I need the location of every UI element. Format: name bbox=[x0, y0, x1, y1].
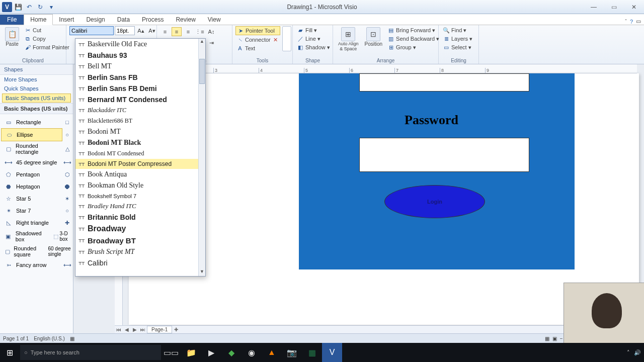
qat-undo[interactable]: ↶ bbox=[24, 2, 34, 12]
qat-customize[interactable]: ▾ bbox=[46, 2, 56, 12]
copy-button[interactable]: ⧉Copy bbox=[23, 35, 70, 43]
font-option[interactable]: ᴛᴛBauhaus 93 bbox=[75, 50, 198, 61]
align-top-button[interactable]: ≡ bbox=[160, 27, 170, 36]
shape-ellipse[interactable]: ⬭Ellipse bbox=[1, 128, 62, 141]
font-scrollbar[interactable]: ▲ ▼ bbox=[198, 39, 205, 276]
login-ellipse[interactable]: Login bbox=[384, 185, 485, 218]
tab-process[interactable]: Process bbox=[136, 15, 170, 25]
font-option[interactable]: ᴛᴛBodoni MT Poster Compressed bbox=[75, 159, 198, 169]
font-name-input[interactable] bbox=[69, 26, 114, 35]
send-backward-button[interactable]: ▥Send Backward▾ bbox=[386, 35, 440, 43]
password-field-rect[interactable] bbox=[359, 138, 529, 172]
page-next[interactable]: ▶ bbox=[131, 327, 139, 332]
username-field-rect[interactable] bbox=[359, 73, 529, 92]
cut-button[interactable]: ✂Cut bbox=[23, 26, 70, 34]
font-option[interactable]: ᴛᴛBerlin Sans FB Demi bbox=[75, 83, 198, 94]
shape-45deg[interactable]: ⟷45 degree single bbox=[1, 156, 62, 168]
text-direction-button[interactable]: A↕ bbox=[206, 27, 216, 36]
tab-design[interactable]: Design bbox=[80, 15, 111, 25]
pointer-tool-button[interactable]: ➤Pointer Tool bbox=[235, 26, 280, 35]
format-painter-button[interactable]: 🖌Format Painter bbox=[23, 43, 70, 51]
hexagon-icon[interactable]: ⬡ bbox=[62, 170, 72, 179]
increase-indent-button[interactable]: ⇥ bbox=[206, 38, 216, 47]
zoom-out-button[interactable]: − bbox=[560, 336, 563, 341]
shape-right-tri[interactable]: ◺Right triangle bbox=[1, 217, 62, 229]
tray-expand-icon[interactable]: ˄ bbox=[627, 349, 630, 356]
font-option[interactable]: ᴛᴛBodoni MT Black bbox=[75, 137, 198, 148]
tools-expand[interactable] bbox=[282, 26, 291, 51]
font-option[interactable]: ᴛᴛBlackletter686 BT bbox=[75, 116, 198, 126]
shape-rounded-rect[interactable]: ▢Rounded rectangle bbox=[1, 141, 62, 156]
camera-icon[interactable]: 📷 bbox=[282, 343, 302, 362]
taskbar-search[interactable]: ○ Type here to search bbox=[20, 345, 161, 360]
bring-forward-button[interactable]: ▤Bring Forward▾ bbox=[386, 26, 440, 34]
vlc-icon[interactable]: ▲ bbox=[262, 343, 282, 362]
font-option[interactable]: ᴛᴛBaskerville Old Face bbox=[75, 39, 198, 50]
layers-button[interactable]: ≣Layers▾ bbox=[442, 35, 473, 43]
autoalign-button[interactable]: ⊞Auto Align & Space bbox=[336, 26, 361, 52]
password-label[interactable]: Password bbox=[405, 113, 458, 128]
qat-redo[interactable]: ↻ bbox=[35, 2, 45, 12]
shape-star5[interactable]: ☆Star 5 bbox=[1, 193, 62, 205]
font-option[interactable]: ᴛᴛBell MT bbox=[75, 61, 198, 72]
shape-star7[interactable]: ✴Star 7 bbox=[1, 205, 62, 217]
font-option[interactable]: ᴛᴛBroadway bbox=[75, 223, 198, 235]
page-prev[interactable]: ◀ bbox=[123, 327, 131, 332]
minimize-button[interactable]: — bbox=[584, 2, 604, 12]
font-option[interactable]: ᴛᴛBookshelf Symbol 7 bbox=[75, 191, 198, 201]
font-option[interactable]: ᴛᴛBritannic Bold bbox=[75, 212, 198, 223]
excel-icon[interactable]: ▦ bbox=[302, 343, 322, 362]
app-icon[interactable]: V bbox=[2, 2, 12, 12]
font-option[interactable]: ᴛᴛBrush Script MT bbox=[75, 246, 198, 257]
find-button[interactable]: 🔍Find▾ bbox=[442, 26, 473, 34]
font-option[interactable]: ᴛᴛBodoni MT Condensed bbox=[75, 148, 198, 159]
cross-icon[interactable]: ✚ bbox=[62, 218, 72, 227]
font-option[interactable]: ᴛᴛCalibri bbox=[75, 257, 198, 268]
position-button[interactable]: ⊡Position bbox=[363, 26, 385, 48]
shape-heptagon[interactable]: ⬣Heptagon bbox=[1, 180, 62, 193]
shrink-font-button[interactable]: A▾ bbox=[147, 26, 157, 35]
font-size-input[interactable] bbox=[115, 26, 135, 35]
shadow-button[interactable]: ◧Shadow▾ bbox=[296, 43, 331, 51]
circle-icon[interactable]: ○ bbox=[62, 130, 72, 139]
app-green-icon[interactable]: ◆ bbox=[221, 343, 242, 362]
grow-font-button[interactable]: A▴ bbox=[136, 26, 146, 35]
taskview-icon[interactable]: ▭▭ bbox=[161, 343, 181, 362]
status-macro-icon[interactable]: ▦ bbox=[70, 336, 74, 341]
shapes-header[interactable]: Shapes bbox=[0, 64, 73, 75]
font-option[interactable]: ᴛᴛBookman Old Style bbox=[75, 180, 198, 191]
font-option[interactable]: ᴛᴛBroadway BT bbox=[75, 235, 198, 246]
tray-wifi-icon[interactable]: 🔊 bbox=[634, 349, 641, 356]
shape-pentagon[interactable]: ⬠Pentagon bbox=[1, 168, 62, 180]
shape-shadowed[interactable]: ▣Shadowed box bbox=[1, 229, 52, 244]
select-button[interactable]: ▭Select▾ bbox=[442, 43, 473, 51]
circle2-icon[interactable]: ○ bbox=[62, 206, 72, 215]
status-lang[interactable]: English (U.S.) bbox=[34, 336, 65, 341]
square-icon[interactable]: □ bbox=[62, 118, 72, 127]
tab-home[interactable]: Home bbox=[24, 14, 53, 25]
chrome-icon[interactable]: ◉ bbox=[242, 343, 262, 362]
shape-fancy[interactable]: ➳Fancy arrow bbox=[1, 259, 62, 271]
align-middle-button[interactable]: ≡ bbox=[172, 27, 182, 36]
scroll-thumb[interactable] bbox=[199, 59, 205, 84]
line-button[interactable]: ／Line▾ bbox=[296, 35, 331, 43]
page-insert[interactable]: ✚ bbox=[172, 327, 180, 332]
triangle-icon[interactable]: △ bbox=[62, 144, 72, 153]
font-option[interactable]: ᴛᴛBernard MT Condensed bbox=[75, 94, 198, 105]
visio-taskbar-icon[interactable]: V bbox=[322, 343, 342, 362]
qat-save[interactable]: 💾 bbox=[13, 2, 23, 12]
shape-rounded-sq[interactable]: ▢Rounded square bbox=[1, 244, 48, 259]
tab-review[interactable]: Review bbox=[170, 15, 201, 25]
font-option[interactable]: ᴛᴛBradley Hand ITC bbox=[75, 201, 198, 212]
tab-view[interactable]: View bbox=[202, 15, 227, 25]
ribbon-minimize-icon[interactable]: ˆ bbox=[625, 19, 627, 25]
page-last[interactable]: ⏭ bbox=[139, 327, 147, 332]
bullets-button[interactable]: ⋮≡ bbox=[195, 27, 205, 36]
explorer-icon[interactable]: 📁 bbox=[181, 343, 201, 362]
maximize-button[interactable]: ▭ bbox=[604, 2, 624, 12]
octagon-icon[interactable]: ⯃ bbox=[62, 182, 72, 191]
help-icon[interactable]: ? bbox=[630, 19, 633, 25]
font-option[interactable]: ᴛᴛBodoni MT bbox=[75, 126, 198, 137]
video-icon[interactable]: ▶ bbox=[201, 343, 221, 362]
font-option[interactable]: ᴛᴛBook Antiqua bbox=[75, 169, 198, 180]
